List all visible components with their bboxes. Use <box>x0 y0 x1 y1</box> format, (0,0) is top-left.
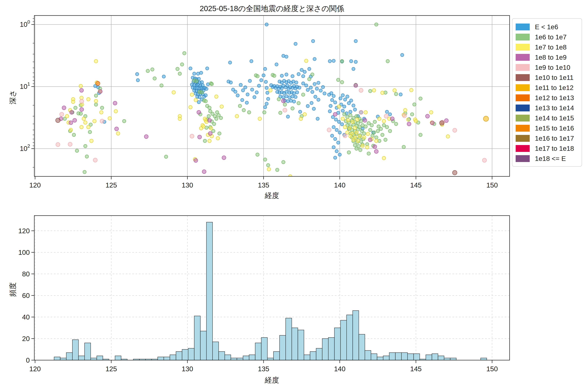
scatter-point <box>291 107 294 110</box>
scatter-point <box>332 59 335 62</box>
scatter-point <box>410 112 414 116</box>
scatter-point <box>250 60 253 63</box>
histogram-bar <box>200 331 206 360</box>
histogram-bar <box>408 354 414 360</box>
scatter-point <box>200 91 204 94</box>
scatter-point <box>332 126 335 129</box>
histogram-bar <box>225 355 231 360</box>
scatter-point <box>282 99 285 103</box>
legend-swatch <box>516 24 530 30</box>
histogram-bar <box>72 340 78 360</box>
scatter-point <box>292 80 295 83</box>
legend-item: 1e11 to 1e12 <box>516 83 579 93</box>
histogram-bar <box>84 343 91 360</box>
scatter-point <box>394 122 398 126</box>
scatter-point <box>349 110 352 114</box>
histogram-bar <box>322 338 328 360</box>
scatter-point <box>343 134 347 138</box>
scatter-point <box>210 82 214 86</box>
y-tick-label: 60 <box>22 292 30 300</box>
scatter-point <box>246 93 249 96</box>
scatter-point <box>295 81 298 84</box>
scatter-point <box>298 86 301 89</box>
histogram-bar <box>316 348 322 360</box>
scatter-point <box>382 156 386 160</box>
scatter-point <box>323 92 326 95</box>
scatter-point <box>196 72 200 75</box>
scatter-point <box>290 99 293 102</box>
scatter-point <box>379 127 382 130</box>
series-1e10-to-1e11 <box>56 118 457 175</box>
scatter-point <box>162 75 166 78</box>
scatter-point <box>303 70 306 74</box>
scatter-point <box>300 68 303 72</box>
scatter-point <box>94 103 98 106</box>
scatter-point <box>229 81 232 84</box>
legend-swatch <box>516 94 530 101</box>
scatter-point <box>362 136 366 139</box>
scatter-point <box>265 102 268 105</box>
scatter-point <box>372 131 376 134</box>
y-tick-label: 20 <box>22 335 30 342</box>
histogram-bar <box>261 338 268 360</box>
scatter-point <box>332 146 335 149</box>
histogram-bar <box>54 357 60 360</box>
scatter-point <box>180 63 184 66</box>
scatter-point <box>144 134 148 138</box>
scatter-point <box>327 128 331 132</box>
scatter-point <box>312 40 315 43</box>
scatter-point <box>93 158 97 162</box>
y-tick-label: 100 <box>18 248 30 256</box>
scatter-point <box>258 84 261 88</box>
legend-label: 1e15 to 1e16 <box>535 125 574 132</box>
x-tick-label: 120 <box>30 365 41 373</box>
scatter-point <box>394 92 398 96</box>
scatter-point <box>452 170 457 175</box>
scatter-point <box>319 89 322 92</box>
scatter-point <box>384 138 387 142</box>
scatter-point <box>65 114 69 118</box>
legend-item: 1e17 to 1e18 <box>516 144 579 154</box>
scatter-point <box>348 126 352 130</box>
scatter-point <box>74 106 77 110</box>
scatter-point <box>285 94 288 98</box>
scatter-point <box>346 115 349 119</box>
legend-label: E < 1e6 <box>535 24 558 30</box>
scatter-point <box>353 126 357 130</box>
scatter-point <box>338 131 341 134</box>
legend-swatch <box>516 135 530 142</box>
scatter-point <box>328 110 332 113</box>
scatter-point <box>234 90 237 94</box>
scatter-point <box>339 97 342 100</box>
scatter-point <box>189 105 192 109</box>
scatter-point <box>276 168 279 172</box>
scatter-point <box>453 128 457 132</box>
histogram-bar <box>371 354 377 360</box>
scatter-point <box>178 117 182 120</box>
scatter-point <box>80 99 84 104</box>
scatter-point <box>264 80 268 84</box>
legend-label: 1e12 to 1e13 <box>535 94 574 101</box>
scatter-point <box>283 103 287 106</box>
histogram-bar <box>231 358 237 360</box>
scatter-point <box>312 107 316 110</box>
scatter-point <box>189 67 192 70</box>
scatter-point <box>304 59 308 63</box>
legend-swatch <box>516 125 530 132</box>
scatter-point <box>446 134 450 138</box>
scatter-point <box>306 104 309 108</box>
scatter-point <box>356 139 360 143</box>
histogram-bar <box>450 358 456 360</box>
scatter-point <box>260 78 263 82</box>
scatter-point <box>334 101 337 104</box>
scatter-point <box>266 91 269 94</box>
legend-label: 1e10 to 1e11 <box>535 74 574 81</box>
scatter-point <box>253 96 256 99</box>
histogram-gridlines <box>34 216 510 360</box>
scatter-point <box>286 84 289 87</box>
scatter-point <box>202 170 206 174</box>
scatter-point <box>160 84 163 87</box>
scatter-point <box>308 67 311 70</box>
histogram-bar <box>255 343 261 360</box>
scatter-point <box>430 110 433 114</box>
